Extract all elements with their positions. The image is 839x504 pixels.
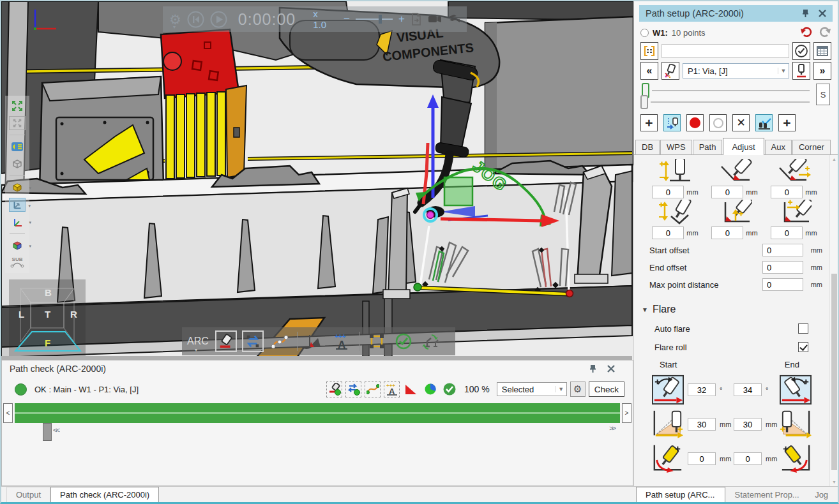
tab-aux[interactable]: Aux xyxy=(765,140,792,154)
check-path-icon[interactable] xyxy=(365,382,381,397)
tab-statement-properties[interactable]: Statement Prop... xyxy=(725,487,806,502)
arc-annotation-button[interactable]: +++A xyxy=(331,330,352,352)
nav-cube-right[interactable]: R xyxy=(70,309,77,320)
max-point-distance-input[interactable] xyxy=(762,278,803,291)
snap-button[interactable]: S xyxy=(816,84,830,105)
frame-mode-button[interactable]: ▾ xyxy=(9,215,26,229)
nav-cube-left[interactable]: L xyxy=(19,309,24,320)
previous-point-button[interactable]: « xyxy=(640,62,658,80)
arc-weld-tool-button[interactable] xyxy=(215,330,237,352)
verify-points-button[interactable] xyxy=(755,114,773,131)
flare-end-roll-input[interactable] xyxy=(734,452,762,465)
fit-view-button[interactable] xyxy=(9,99,26,113)
check-result-bar[interactable] xyxy=(15,403,620,423)
close-icon[interactable] xyxy=(819,10,826,17)
point-select[interactable]: P1: Via, [J]▼ xyxy=(683,63,789,78)
nav-cube-back[interactable]: B xyxy=(45,287,52,298)
delete-point-button[interactable]: ✕ xyxy=(732,114,750,131)
flare-section-header[interactable]: ▼ Flare xyxy=(642,304,828,315)
gizmo-plane-handle[interactable] xyxy=(444,177,472,205)
move-mode-button[interactable]: ▾ xyxy=(9,181,26,195)
arc-weld-cone-button[interactable] xyxy=(304,330,326,352)
gizmo-pivot-point[interactable] xyxy=(427,212,434,219)
scrubber-handle[interactable] xyxy=(43,423,52,441)
record-video-icon[interactable] xyxy=(428,14,442,24)
flare-start-roll-input[interactable] xyxy=(688,452,716,465)
check-annotation-icon[interactable]: +++A xyxy=(384,382,400,397)
apply-button[interactable] xyxy=(792,42,810,60)
speed-slider-handle[interactable] xyxy=(379,15,382,24)
slider-track-1[interactable] xyxy=(652,90,810,91)
tab-adjust[interactable]: Adjust xyxy=(723,138,764,155)
statement-list-button[interactable] xyxy=(813,42,831,60)
scroll-up-icon[interactable]: ▲ xyxy=(830,157,838,161)
speed-decrease-button[interactable]: − xyxy=(344,13,350,26)
fill-view-button[interactable] xyxy=(9,116,26,130)
align-statement-button[interactable] xyxy=(640,42,658,60)
add-point-before-button[interactable]: + xyxy=(640,114,658,131)
skip-to-start-button[interactable] xyxy=(187,11,204,28)
show-statistics-icon[interactable] xyxy=(422,382,438,397)
check-scope-select[interactable]: Selected▼ xyxy=(497,382,567,396)
arc-validate-button[interactable] xyxy=(393,330,414,352)
arc-menu[interactable]: ARC▾ xyxy=(187,336,210,347)
tab-db[interactable]: DB xyxy=(635,140,660,154)
panel-scrollbar[interactable]: ▲ ▼ xyxy=(829,155,838,486)
scroll-left-button[interactable]: < xyxy=(3,403,13,423)
flare-start-length-input[interactable] xyxy=(688,418,716,431)
record-button[interactable] xyxy=(686,114,704,131)
slider-handle-2[interactable] xyxy=(640,95,648,109)
geometry-mode-icon[interactable] xyxy=(9,157,26,171)
arc-robot-swap-button[interactable] xyxy=(420,330,441,352)
sub-curve-tool-button[interactable]: SUB xyxy=(9,256,26,270)
arc-swap-tool-button[interactable] xyxy=(242,330,264,352)
next-point-button[interactable]: » xyxy=(813,62,831,80)
tab-path-check[interactable]: Path check (ARC-2000i) xyxy=(50,487,159,502)
offset-input[interactable] xyxy=(711,226,743,239)
tab-path[interactable]: Path xyxy=(693,140,723,154)
scroll-down-icon[interactable]: ▼ xyxy=(830,480,838,484)
tab-corner[interactable]: Corner xyxy=(792,140,831,154)
flare-end-angle-input[interactable] xyxy=(734,383,762,396)
offset-input[interactable] xyxy=(771,186,803,198)
check-collision-icon[interactable] xyxy=(326,382,342,397)
render-mode-button[interactable] xyxy=(9,140,26,154)
weld-start-point[interactable] xyxy=(414,283,421,291)
export-pdf-icon[interactable] xyxy=(411,13,422,26)
add-point-after-button[interactable]: + xyxy=(778,114,796,131)
flare-roll-checkbox[interactable] xyxy=(798,342,808,352)
check-swap-icon[interactable] xyxy=(345,382,361,397)
tab-jog[interactable]: Jog xyxy=(805,487,838,502)
offset-input[interactable] xyxy=(652,186,684,198)
tab-output[interactable]: Output xyxy=(6,487,50,502)
check-settings-button[interactable]: ⚙ xyxy=(570,382,586,397)
statement-radio[interactable] xyxy=(640,29,649,37)
check-button[interactable]: Check xyxy=(589,382,624,397)
redo-icon[interactable] xyxy=(819,26,831,40)
coordinates-mode-button[interactable]: ▾ xyxy=(9,198,26,212)
pin-icon[interactable] xyxy=(589,364,597,373)
play-button[interactable] xyxy=(210,11,227,28)
nav-cube-top[interactable]: T xyxy=(45,309,50,320)
flare-end-length-input[interactable] xyxy=(734,418,762,431)
offset-input[interactable] xyxy=(711,186,743,198)
gizmo-axis-red-arrow[interactable] xyxy=(441,219,541,221)
move-to-point-button[interactable] xyxy=(792,62,810,80)
simulation-settings-icon[interactable]: ⚙▾ xyxy=(169,13,181,26)
snap-mode-button[interactable]: ▾ xyxy=(9,239,26,253)
tab-wps[interactable]: WPS xyxy=(660,140,692,154)
slider-track-2[interactable] xyxy=(651,101,810,103)
auto-flare-checkbox[interactable] xyxy=(798,323,808,334)
scrollbar-thumb[interactable] xyxy=(831,274,837,470)
statement-filter-input[interactable] xyxy=(661,44,789,58)
show-errors-icon[interactable] xyxy=(403,382,419,397)
teach-point-button[interactable] xyxy=(663,114,681,131)
arc-select-frame-button[interactable] xyxy=(366,330,388,352)
arc-path-points-button[interactable] xyxy=(269,330,291,352)
undo-icon[interactable] xyxy=(800,26,812,40)
flare-start-angle-input[interactable] xyxy=(688,383,716,396)
close-icon[interactable] xyxy=(607,365,615,373)
speed-slider[interactable] xyxy=(356,15,393,24)
offset-input[interactable] xyxy=(771,226,803,239)
touchup-point-button[interactable] xyxy=(661,62,679,80)
